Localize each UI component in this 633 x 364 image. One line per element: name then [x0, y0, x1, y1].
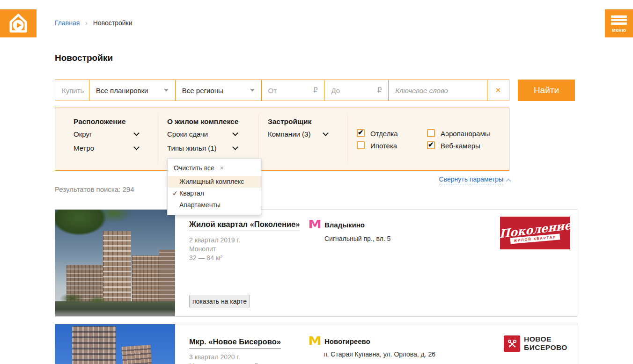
- listing-photo[interactable]: [55, 324, 175, 364]
- option-label: Апартаменты: [179, 201, 221, 209]
- page-title: Новостройки: [55, 53, 113, 63]
- housing-type-dropdown: Очистить все × Жилищный комплекс ✓ Кварт…: [167, 158, 261, 215]
- layouts-select-value: Все планировки: [96, 87, 148, 95]
- listing-completion: 2 квартал 2019 г.: [189, 236, 240, 245]
- panel-divider: [347, 115, 348, 164]
- developer-logo-text: НОВОЕ БИСЕРОВО: [524, 335, 567, 352]
- crossed-keys-icon: [507, 338, 518, 349]
- listing-meta: 2 квартал 2019 г. Монолит 32 — 84 м²: [189, 236, 240, 262]
- layouts-select[interactable]: Все планировки: [89, 80, 175, 101]
- breadcrumb-separator-icon: ›: [85, 19, 88, 27]
- developer-logo-line2: БИСЕРОВО: [524, 343, 567, 352]
- filter-metro-toggle[interactable]: Метро: [74, 144, 139, 152]
- listing-photo[interactable]: [55, 210, 175, 316]
- filter-deadline-label: Сроки сдачи: [167, 130, 208, 138]
- panel-divider: [258, 115, 259, 164]
- filter-district-label: Округ: [74, 130, 92, 138]
- regions-select-value: Все регионы: [182, 87, 223, 95]
- metro-station: Владыкино: [324, 221, 365, 229]
- chevron-down-icon: [232, 130, 238, 136]
- breadcrumb-current: Новостройки: [93, 19, 132, 27]
- site-logo[interactable]: [0, 9, 37, 37]
- regions-select[interactable]: Все регионы: [175, 80, 261, 101]
- filter-group-location-title: Расположение: [74, 117, 126, 126]
- developer-logo[interactable]: Поколение ЖИЛОЙ КВАРТАЛ: [500, 217, 570, 249]
- metro-station: Новогиреево: [324, 337, 370, 345]
- dropdown-option-apartments[interactable]: Апартаменты: [168, 199, 261, 211]
- dropdown-option-kvartal[interactable]: ✓ Квартал: [168, 188, 261, 199]
- keyword-input[interactable]: [395, 87, 475, 95]
- listing-address: Сигнальный пр., вл. 5: [324, 235, 390, 242]
- caret-down-icon: [250, 89, 255, 92]
- filter-companies-label: Компании (3): [268, 130, 310, 138]
- clear-search-button[interactable]: ✕: [487, 80, 509, 101]
- chevron-up-icon: [506, 178, 511, 183]
- show-on-map-button[interactable]: показать на карте: [189, 295, 250, 307]
- checkbox-aeropanoramy-label: Аэропанорамы: [441, 130, 490, 138]
- listing-card: Жилой квартал «Поколение» 2 квартал 2019…: [55, 209, 577, 317]
- chevron-down-icon: [133, 130, 140, 136]
- listing-area: 32 — 84 м²: [189, 254, 240, 262]
- checkbox-otdelka-label: Отделка: [370, 130, 398, 138]
- metro-icon: М: [308, 334, 322, 348]
- chevron-down-icon: [232, 144, 238, 150]
- filter-companies-toggle[interactable]: Компании (3): [268, 130, 328, 138]
- deal-type-tab[interactable]: Купить: [55, 80, 89, 101]
- filter-housing-type-toggle[interactable]: Типы жилья (1): [167, 144, 237, 152]
- caret-down-icon: [164, 89, 169, 92]
- search-submit-button[interactable]: Найти: [518, 80, 575, 101]
- option-label: Квартал: [179, 189, 204, 197]
- price-from-input[interactable]: [268, 87, 301, 95]
- checkbox-aeropanoramy[interactable]: [427, 129, 435, 137]
- listing-construction: Монолит: [189, 245, 240, 254]
- dropdown-option-complex[interactable]: Жилищный комплекс: [168, 176, 261, 188]
- search-bar: Купить Все планировки Все регионы ₽ ₽ ✕: [55, 80, 509, 101]
- price-from-cell: ₽: [261, 80, 324, 101]
- results-count: Результатов поиска: 294: [55, 185, 134, 193]
- filter-metro-label: Метро: [74, 144, 94, 152]
- ruble-icon: ₽: [313, 86, 318, 95]
- chevron-down-icon: [133, 144, 140, 150]
- filter-district-toggle[interactable]: Округ: [74, 130, 139, 138]
- filter-deadline-toggle[interactable]: Сроки сдачи: [167, 130, 237, 138]
- checkbox-ipoteka[interactable]: [357, 141, 365, 149]
- breadcrumb: Главная › Новостройки: [55, 19, 132, 27]
- metro-icon: М: [308, 218, 322, 231]
- dropdown-clear-all[interactable]: Очистить все ×: [168, 163, 261, 176]
- page: Главная › Новостройки меню Новостройки К…: [0, 0, 633, 364]
- filter-housing-type-label: Типы жилья (1): [167, 144, 217, 152]
- filter-group-complex-title: О жилом комплексе: [167, 117, 238, 126]
- hamburger-icon: [611, 14, 627, 26]
- listing-completion: 3 квартал 2020 г.: [189, 353, 258, 362]
- ruble-icon: ₽: [377, 86, 382, 95]
- option-label: Жилищный комплекс: [179, 178, 244, 185]
- listing-address: п. Старая Купавна, ул. Орлова, д. 26: [324, 350, 435, 358]
- filter-group-developer-title: Застройщик: [268, 117, 311, 126]
- keyword-cell: [388, 80, 487, 101]
- developer-logo-line1: НОВОЕ: [524, 335, 567, 343]
- developer-logo[interactable]: [504, 335, 520, 352]
- collapse-filters-label: Свернуть параметры: [439, 175, 503, 184]
- clear-all-label: Очистить все: [174, 164, 214, 172]
- listing-card: Мкр. «Новое Бисерово» 3 квартал 2020 г. …: [55, 323, 577, 364]
- close-icon: ✕: [495, 86, 501, 95]
- menu-button[interactable]: меню: [605, 9, 633, 37]
- price-to-input[interactable]: [331, 87, 364, 95]
- checkbox-otdelka[interactable]: [357, 129, 365, 137]
- house-play-icon: [7, 12, 29, 35]
- panel-divider: [158, 115, 158, 164]
- listing-construction: Монолитно-кирпичный: [189, 362, 258, 364]
- breadcrumb-home-link[interactable]: Главная: [55, 19, 80, 27]
- price-to-cell: ₽: [324, 80, 388, 101]
- checkbox-webcams[interactable]: [427, 141, 435, 149]
- listing-title-link[interactable]: Жилой квартал «Поколение»: [189, 220, 300, 231]
- check-icon: ✓: [172, 188, 178, 199]
- close-icon: ×: [220, 164, 224, 172]
- collapse-filters-link[interactable]: Свернуть параметры: [439, 175, 510, 184]
- checkbox-webcams-label: Веб-камеры: [441, 142, 480, 150]
- chevron-down-icon: [323, 130, 329, 136]
- listing-title-link[interactable]: Мкр. «Новое Бисерово»: [189, 337, 281, 349]
- menu-label: меню: [612, 27, 626, 33]
- checkbox-ipoteka-label: Ипотека: [370, 142, 397, 150]
- listing-meta: 3 квартал 2020 г. Монолитно-кирпичный: [189, 353, 258, 364]
